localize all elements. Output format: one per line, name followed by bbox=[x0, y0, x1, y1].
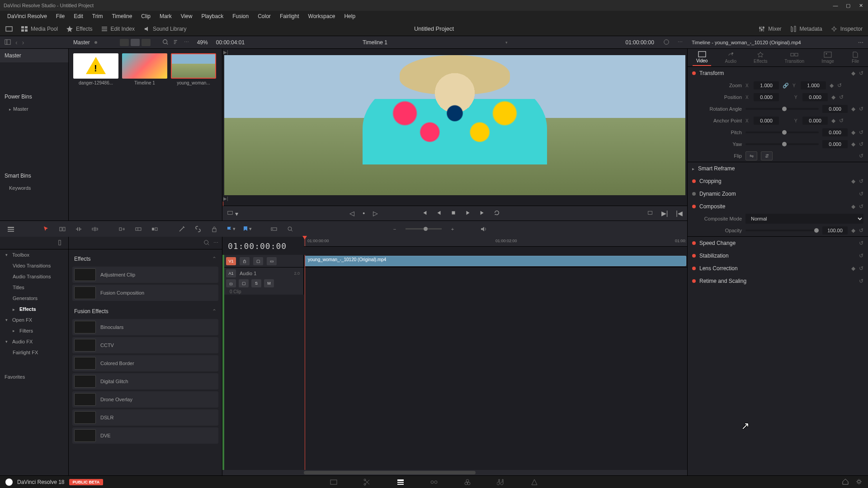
position-keyframe-icon[interactable]: ◆ bbox=[831, 94, 835, 100]
rotation-slider[interactable] bbox=[745, 108, 819, 110]
menu-trim[interactable]: Trim bbox=[89, 12, 107, 20]
effects-options-icon[interactable]: ⋯ bbox=[213, 240, 218, 246]
a1-solo-button[interactable]: S bbox=[251, 279, 261, 287]
speed-change-header[interactable]: Speed Change↺ bbox=[688, 237, 868, 249]
viewer-zoom[interactable]: 49% bbox=[197, 39, 208, 46]
menu-color[interactable]: Color bbox=[254, 12, 274, 20]
timeline-dropdown-chevron[interactable]: ▾ bbox=[505, 40, 508, 45]
v1-lock-button[interactable] bbox=[240, 257, 250, 265]
effect-colored-border[interactable]: Colored Border bbox=[72, 355, 218, 371]
tree-filters[interactable]: Filters bbox=[0, 325, 68, 336]
inspector-tab-image[interactable]: Image bbox=[818, 50, 838, 66]
view-list-icon[interactable] bbox=[142, 39, 151, 46]
menu-davinciresolve[interactable]: DaVinci Resolve bbox=[4, 12, 51, 20]
lens-keyframe-icon[interactable]: ◆ bbox=[851, 265, 855, 272]
inspector-options-icon[interactable]: ⋯ bbox=[858, 39, 863, 46]
dynamic-trim-tool[interactable] bbox=[73, 224, 84, 235]
lens-correction-header[interactable]: Lens Correction◆↺ bbox=[688, 262, 868, 275]
metadata-toggle[interactable]: Metadata bbox=[790, 25, 822, 33]
media-pool-toggle[interactable]: Media Pool bbox=[21, 25, 58, 33]
fusion-effects-group-header[interactable]: Fusion Effects⌃ bbox=[72, 305, 218, 317]
power-bins-header[interactable]: Power Bins bbox=[0, 90, 68, 103]
yaw-slider[interactable] bbox=[745, 143, 819, 145]
position-reset-icon[interactable]: ↺ bbox=[839, 94, 844, 100]
menu-fusion[interactable]: Fusion bbox=[229, 12, 252, 20]
close-button[interactable]: ✕ bbox=[857, 2, 864, 9]
play-button[interactable] bbox=[465, 210, 471, 217]
v1-content[interactable]: young_woman_-_10120 (Original).mp4 bbox=[304, 255, 687, 267]
tree-favorites[interactable]: Favorites bbox=[0, 371, 68, 382]
effect-adjustment-clip[interactable]: Adjustment Clip bbox=[72, 267, 218, 283]
fairlight-page-button[interactable] bbox=[495, 478, 506, 487]
inspector-toggle[interactable]: Inspector bbox=[830, 25, 863, 33]
effect-drone-overlay[interactable]: Drone Overlay bbox=[72, 391, 218, 408]
prev-frame-button[interactable] bbox=[436, 210, 442, 217]
minimize-button[interactable]: — bbox=[832, 2, 839, 9]
tree-audio-transitions[interactable]: Audio Transitions bbox=[0, 271, 68, 282]
timeline-hscroll-thumb[interactable] bbox=[304, 471, 476, 474]
position-x-input[interactable] bbox=[754, 93, 779, 101]
lens-correction-enable-dot[interactable] bbox=[692, 267, 696, 270]
effect-fusion-composition[interactable]: Fusion Composition bbox=[72, 285, 218, 301]
tree-fairlight-fx[interactable]: Fairlight FX bbox=[0, 347, 68, 358]
timeline-clip-young-woman[interactable]: young_woman_-_10120 (Original).mp4 bbox=[305, 256, 686, 266]
timeline-name-dropdown[interactable]: Timeline 1 bbox=[363, 39, 387, 46]
media-clip-timeline1[interactable]: Timeline 1 bbox=[122, 53, 167, 85]
inspector-tab-file[interactable]: File bbox=[848, 50, 863, 66]
overwrite-clip-button[interactable] bbox=[133, 224, 144, 235]
tree-audio-fx[interactable]: Audio FX bbox=[0, 336, 68, 347]
flip-reset-icon[interactable]: ↺ bbox=[859, 153, 863, 159]
a1-autoselect-button[interactable]: ▢ bbox=[239, 279, 249, 287]
master-bin[interactable]: Master bbox=[0, 49, 68, 62]
composite-keyframe-icon[interactable]: ◆ bbox=[851, 203, 855, 210]
inspector-tab-video[interactable]: Video bbox=[693, 49, 711, 66]
view-thumbnail-icon[interactable] bbox=[131, 39, 140, 46]
lens-reset-icon[interactable]: ↺ bbox=[859, 265, 863, 272]
sound-library-toggle[interactable]: Sound Library bbox=[143, 25, 187, 33]
media-clip-danger[interactable]: danger-129486... bbox=[73, 53, 118, 85]
retime-reset-icon[interactable]: ↺ bbox=[859, 278, 863, 284]
viewer-options-icon[interactable]: ⋯ bbox=[678, 39, 683, 45]
tree-video-transitions[interactable]: Video Transitions bbox=[0, 260, 68, 271]
tree-toolbox[interactable]: Toolbox bbox=[0, 249, 68, 260]
v1-autoselect-button[interactable]: ▢ bbox=[253, 257, 263, 265]
zoom-reset-icon[interactable]: ↺ bbox=[837, 82, 842, 89]
effect-binoculars[interactable]: Binoculars bbox=[72, 319, 218, 335]
stabilization-reset-icon[interactable]: ↺ bbox=[859, 253, 863, 259]
prev-edit-icon[interactable]: ◁ bbox=[349, 210, 354, 217]
a1-lock-button[interactable] bbox=[226, 279, 236, 287]
effect-digital-glitch[interactable]: Digital Glitch bbox=[72, 373, 218, 389]
stop-dot-icon[interactable]: • bbox=[363, 210, 365, 217]
snapping-toggle[interactable] bbox=[269, 224, 279, 235]
zoom-y-input[interactable] bbox=[801, 81, 826, 89]
blade-edit-tool[interactable] bbox=[176, 224, 187, 235]
mute-toggle[interactable] bbox=[478, 224, 489, 235]
menu-edit[interactable]: Edit bbox=[70, 12, 87, 20]
zoom-keyframe-icon[interactable]: ◆ bbox=[830, 82, 834, 89]
a1-mute-button[interactable]: M bbox=[264, 279, 274, 287]
opacity-reset-icon[interactable]: ↺ bbox=[859, 227, 863, 234]
effect-dslr[interactable]: DSLR bbox=[72, 409, 218, 426]
cropping-header[interactable]: Cropping◆↺ bbox=[688, 175, 868, 188]
menu-file[interactable]: File bbox=[52, 12, 68, 20]
expand-viewer-icon[interactable]: ▶| bbox=[223, 196, 228, 201]
anchor-reset-icon[interactable]: ↺ bbox=[839, 117, 844, 124]
home-button[interactable] bbox=[842, 478, 849, 486]
v1-enable-button[interactable]: ▭ bbox=[267, 257, 277, 265]
effects-search-icon[interactable] bbox=[203, 239, 210, 247]
flip-horizontal-button[interactable]: ⇋ bbox=[745, 151, 757, 160]
media-clip-young-woman[interactable]: young_woman... bbox=[171, 53, 216, 85]
last-frame-button[interactable] bbox=[479, 210, 486, 217]
fullscreen-toggle[interactable] bbox=[5, 25, 13, 33]
fusion-page-button[interactable] bbox=[429, 478, 439, 487]
viewer-mode-dropdown[interactable]: ▾ bbox=[227, 210, 238, 217]
timeline-view-options[interactable] bbox=[5, 224, 16, 235]
v1-dest-button[interactable]: V1 bbox=[226, 257, 236, 265]
cropping-enable-dot[interactable] bbox=[692, 179, 696, 183]
retime-scaling-header[interactable]: Retime and Scaling↺ bbox=[688, 275, 868, 287]
yaw-reset-icon[interactable]: ↺ bbox=[859, 141, 863, 147]
zoom-out-button[interactable]: − bbox=[389, 224, 400, 235]
options-icon[interactable]: ⋯ bbox=[184, 39, 189, 45]
tree-open-fx[interactable]: Open FX bbox=[0, 314, 68, 325]
inspector-tab-transition[interactable]: Transition bbox=[781, 50, 808, 66]
